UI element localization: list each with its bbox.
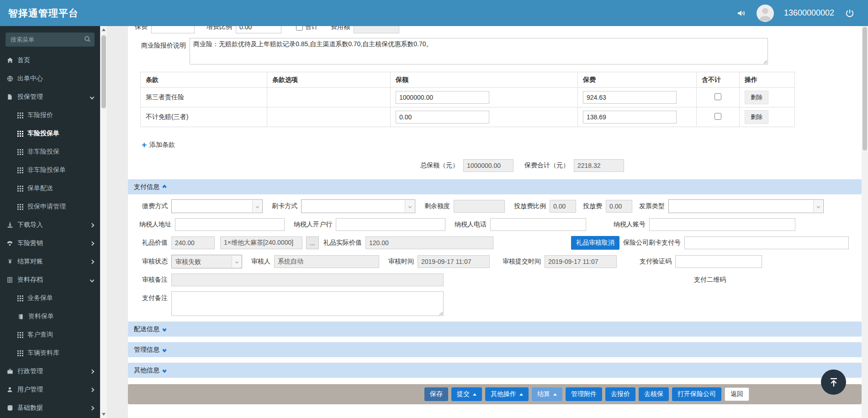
taxpayer-phone-input[interactable] [490,218,586,231]
taxpayer-address-input[interactable] [175,218,285,231]
pay-code-input[interactable] [675,255,762,268]
sidebar-item-issue-center[interactable]: 出单中心 [0,70,100,88]
section-other-info[interactable]: 其他信息 [128,363,862,378]
taxpayer-account-input[interactable] [649,218,795,231]
quote-note-textarea[interactable]: 商业险：无赔款优待及上年赔款记录0.85,自主渠道系数0.70,自主核保优惠系数… [190,38,768,64]
delete-button[interactable]: 删除 [745,91,768,104]
section-payment-info[interactable]: 支付信息 [128,179,862,194]
quote-note-label: 商业险报价说明 [135,38,186,64]
sidebar-item-vehicle-db[interactable]: 车辆资料库 [0,344,100,362]
invoice-type-select[interactable] [668,199,824,213]
term-name: 第三者责任险 [141,88,267,107]
sidebar-scrollbar[interactable] [100,26,107,418]
included-checkbox[interactable] [715,93,721,100]
sidebar-item-policy-delivery[interactable]: 保单配送 [0,179,100,198]
pay-method-label: 缴费方式 [135,202,168,210]
sidebar-item-car-quote[interactable]: 车险报价 [0,106,100,124]
total-premium-label: 保费合计（元） [524,161,569,170]
payment-row-4: 审核状态 审核失败 审核人 审核时间 审核提交时间 支付验证码 [135,255,862,268]
pay-remark-textarea[interactable] [171,291,444,316]
sidebar-item-archive[interactable]: 资料存档 [0,271,100,289]
scroll-down-arrow[interactable] [102,413,106,416]
pay-qr-label: 支付二维码 [694,276,726,284]
avatar[interactable] [757,5,774,22]
totals-row: 总保额（元） 保费合计（元） [420,159,862,172]
sidebar-item-home[interactable]: 首页 [0,51,100,70]
speaker-icon[interactable] [736,8,746,19]
gift-detail-input [220,236,302,249]
submit-button[interactable]: 提交 [451,387,482,401]
app-header: 智择通管理平台 13600000002 [0,0,868,26]
sidebar-item-car-marketing[interactable]: 车险营销 [0,234,100,252]
go-underwrite-button[interactable]: 去核保 [639,387,669,401]
page-scroll-thumb[interactable] [863,27,867,150]
user-phone: 13600000002 [784,8,834,18]
sidebar-scroll-thumb[interactable] [101,35,106,108]
go-quote-button[interactable]: 去报价 [605,387,635,401]
sidebar-item-data-policy[interactable]: 资料保单 [0,307,100,326]
sidebar-item-base-data[interactable]: 基础数据 [0,399,100,417]
sidebar-item-policy-mgmt[interactable]: 投保管理 [0,88,100,106]
section-title: 配送信息 [134,325,159,333]
open-insurer-button[interactable]: 打开保险公司 [672,387,721,401]
sidebar-item-car-proposal[interactable]: 车险投保单 [0,124,100,143]
search-icon[interactable] [84,36,91,44]
invoice-type-label: 发票类型 [639,202,665,210]
page-scrollbar[interactable] [862,26,868,418]
terms-table: 条款 条款选项 保额 保费 含不计 操作 第三者责任险 删除 不计免赔(三者) [140,72,795,127]
sidebar-item-user-mgmt[interactable]: 用户管理 [0,380,100,399]
total-checkbox[interactable] [296,26,303,31]
taxpayer-account-label: 纳税人账号 [614,220,646,229]
audit-remark-label: 审核备注 [135,276,168,284]
sidebar-item-settlement[interactable]: ¥ 结算对账 [0,252,100,271]
add-term-link[interactable]: + 添加条款 [142,141,862,149]
chevron-down-icon [232,256,241,268]
drop-fee-input [606,200,632,213]
briefcase-icon [6,368,13,375]
amount-input[interactable] [396,111,489,123]
manage-attachments-button[interactable]: 管理附件 [566,387,602,401]
premium-input[interactable] [151,26,195,33]
gift-audit-cancel-button[interactable]: 礼品审核取消 [571,236,619,250]
premium-input[interactable] [583,91,677,104]
yen-icon: ¥ [6,258,13,265]
chevron-right-icon [90,223,95,227]
chevron-right-icon [90,259,95,264]
card-pay-no-input[interactable] [684,236,849,249]
rate-input[interactable] [236,26,281,33]
sidebar-item-admin-mgmt[interactable]: 行政管理 [0,362,100,380]
card-method-select[interactable] [301,199,415,213]
pay-method-select[interactable] [171,199,263,213]
other-actions-button[interactable]: 其他操作 [485,387,529,401]
sidebar-item-customer-query[interactable]: 客户查询 [0,326,100,344]
back-to-top-button[interactable] [821,370,846,395]
save-button[interactable]: 保存 [424,387,448,401]
chevron-right-icon [90,369,95,374]
included-checkbox[interactable] [715,113,721,120]
col-action: 操作 [740,72,795,88]
database-icon [6,405,13,412]
sidebar-item-download-import[interactable]: 下载导入 [0,216,100,234]
grid-icon [17,186,23,192]
section-delivery-info[interactable]: 配送信息 [128,322,862,337]
search-input[interactable] [5,32,95,47]
scroll-up-arrow[interactable] [102,28,106,31]
gift-more-button[interactable]: ... [306,236,319,249]
archive-icon [6,277,13,284]
settle-button[interactable]: 结算 [532,387,562,401]
col-term: 条款 [141,72,267,88]
power-icon[interactable] [844,8,855,19]
col-option: 条款选项 [267,72,391,88]
taxpayer-bank-input[interactable] [336,218,445,231]
sidebar-item-proposal-request[interactable]: 投保申请管理 [0,198,100,216]
fee-input[interactable] [354,26,399,33]
amount-input[interactable] [396,91,489,104]
sidebar-item-business-policy[interactable]: 业务保单 [0,289,100,307]
footer-action-bar: 保存 提交 其他操作 结算 管理附件 去报价 去核保 打开保险公司 返回 [128,384,862,404]
premium-input[interactable] [583,111,677,123]
sidebar-item-noncar-proposal[interactable]: 非车险投保单 [0,161,100,179]
back-button[interactable]: 返回 [725,387,749,401]
sidebar-item-noncar-insure[interactable]: 非车险投保 [0,143,100,161]
section-management-info[interactable]: 管理信息 [128,342,862,357]
delete-button[interactable]: 删除 [745,110,768,124]
